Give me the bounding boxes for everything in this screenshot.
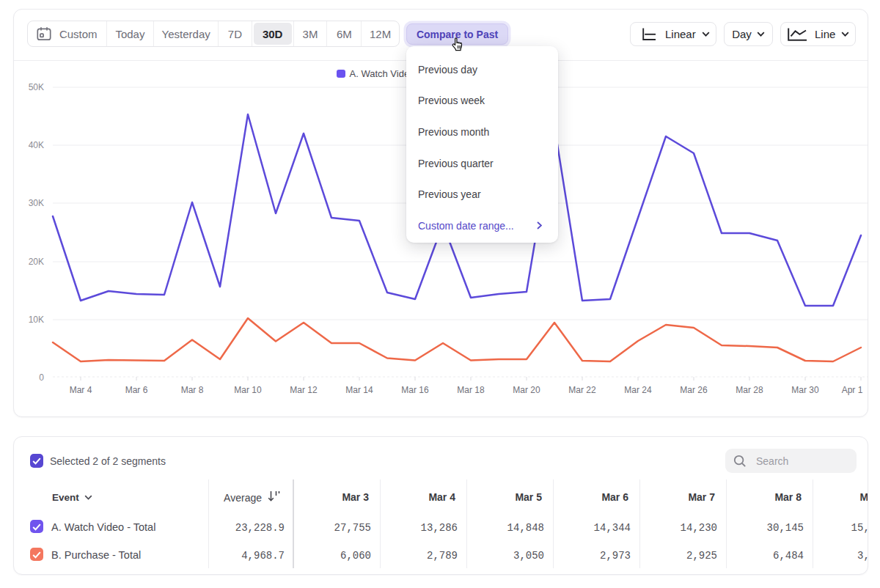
svg-text:Mar 28: Mar 28	[736, 385, 763, 395]
svg-text:Mar 18: Mar 18	[457, 385, 485, 395]
svg-text:Mar 24: Mar 24	[624, 385, 652, 395]
svg-text:Mar 16: Mar 16	[401, 385, 429, 395]
svg-text:Mar 4: Mar 4	[70, 385, 92, 395]
svg-text:Apr 1: Apr 1	[842, 385, 863, 395]
svg-text:40K: 40K	[29, 140, 44, 150]
svg-text:Mar 20: Mar 20	[513, 385, 540, 395]
svg-text:0: 0	[39, 372, 44, 383]
svg-text:50K: 50K	[29, 82, 44, 92]
svg-text:Mar 8: Mar 8	[181, 385, 204, 395]
svg-text:Mar 12: Mar 12	[290, 385, 318, 395]
svg-text:Mar 6: Mar 6	[125, 385, 148, 395]
svg-text:Mar 10: Mar 10	[234, 385, 262, 395]
svg-text:30K: 30K	[29, 198, 44, 208]
svg-text:20K: 20K	[29, 257, 44, 267]
svg-text:Mar 30: Mar 30	[791, 385, 819, 395]
svg-text:Mar 14: Mar 14	[345, 385, 373, 395]
svg-text:Mar 26: Mar 26	[680, 385, 708, 395]
svg-text:10K: 10K	[29, 315, 44, 325]
svg-text:Mar 22: Mar 22	[568, 385, 596, 395]
